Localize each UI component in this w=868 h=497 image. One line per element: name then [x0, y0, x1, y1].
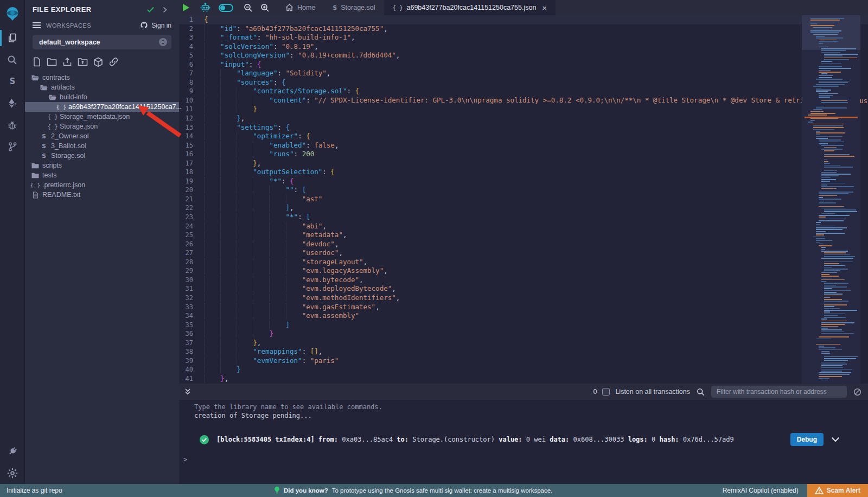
tree-item-a69b43f277ba20fcac141151250ca7-[interactable]: { }a69b43f277ba20fcac141151250ca7... — [25, 102, 179, 112]
tree-item-storage-sol[interactable]: SStorage.sol — [25, 151, 179, 161]
zoom-out-icon[interactable] — [240, 3, 257, 12]
expand-transaction-icon[interactable] — [831, 437, 840, 442]
status-bar: Initialize as git repo Did you know? To … — [0, 484, 868, 497]
tab-storage-sol[interactable]: SStorage.sol — [324, 0, 384, 15]
run-script-button[interactable] — [179, 4, 193, 11]
tree-item-build-info[interactable]: build-info — [25, 92, 179, 102]
json-icon: { } — [49, 123, 56, 130]
tree-item-label: 2_Owner.sol — [51, 132, 88, 140]
transaction-filter-input[interactable] — [711, 386, 847, 398]
code-line: 27 "userdoc", — [179, 248, 868, 258]
link-icon[interactable] — [108, 57, 119, 67]
file-explorer-panel: FILE EXPLORER WORKSPACES Sign in default… — [25, 0, 179, 484]
code-line: 29 "evm.legacyAssembly", — [179, 266, 868, 276]
file-explorer-icon[interactable] — [0, 27, 25, 49]
double-chevron-down-icon[interactable] — [183, 388, 192, 396]
folder-icon — [31, 173, 39, 179]
transaction-log-row[interactable]: [block:5583405 txIndex:4] from: 0xa03...… — [179, 433, 868, 446]
main-area: HomeSStorage.sol{ }a69b43f277ba20fcac141… — [179, 0, 868, 484]
code-line: 34 "evm.assembly" — [179, 311, 868, 321]
json-icon: { } — [49, 113, 56, 120]
new-folder-icon[interactable] — [47, 57, 57, 67]
settings-icon[interactable] — [0, 462, 25, 484]
code-line: 5 "solcLongVersion": "0.8.19+commit.7dd6… — [179, 51, 868, 60]
upload-folder-icon[interactable] — [78, 57, 88, 67]
json-icon: { } — [393, 4, 403, 11]
terminal-search-icon[interactable] — [695, 388, 706, 396]
tree-item-label: artifacts — [51, 84, 75, 91]
code-line: 39 "evmVersion": "paris" — [179, 356, 868, 366]
code-line: 41 }, — [179, 374, 868, 384]
tab-label: Home — [297, 4, 315, 11]
plugin-manager-icon[interactable] — [0, 441, 25, 462]
accept-check-icon[interactable] — [143, 6, 158, 13]
search-icon[interactable] — [0, 49, 25, 71]
code-line: 20 "": [ — [179, 186, 868, 195]
listen-all-checkbox[interactable] — [602, 388, 610, 396]
tab-home[interactable]: Home — [277, 0, 324, 15]
solidity-icon: S — [333, 4, 337, 11]
code-line: 9 "contracts/Storage.sol": { — [179, 87, 868, 96]
copilot-status[interactable]: RemixAI Copilot (enabled) — [723, 487, 799, 494]
workspaces-menu-icon[interactable] — [33, 22, 41, 29]
code-line: 13 "settings": { — [179, 123, 868, 132]
sign-in-button[interactable]: Sign in — [139, 21, 171, 29]
tree-item-tests[interactable]: tests — [25, 170, 179, 180]
scam-alert-button[interactable]: Scam Alert — [807, 484, 868, 497]
code-line: 26 "devdoc", — [179, 240, 868, 249]
home-icon — [285, 4, 293, 11]
code-editor[interactable]: 1{2 "id": "a69b43f277ba20fcac141151250ca… — [179, 15, 868, 384]
listen-all-label: Listen on all transactions — [615, 388, 690, 396]
tab-a69b43f277ba20fcac141151250ca755-json[interactable]: { }a69b43f277ba20fcac141151250ca755.json… — [384, 0, 556, 15]
code-line: 17 }, — [179, 159, 868, 168]
workspace-select[interactable]: default_workspace — [33, 35, 171, 49]
tree-item-contracts[interactable]: contracts — [25, 73, 179, 82]
chevron-right-icon[interactable] — [158, 7, 171, 13]
terminal-prompt[interactable]: > — [179, 446, 868, 463]
tree-item-storage-metadata-json[interactable]: { }Storage_metadata.json — [25, 112, 179, 122]
solidity-icon: S — [40, 152, 48, 160]
ai-copilot-robot-icon[interactable] — [196, 3, 215, 12]
tree-item-scripts[interactable]: scripts — [25, 161, 179, 170]
tree-item-storage-json[interactable]: { }Storage.json — [25, 122, 179, 131]
editor-minimap[interactable] — [802, 15, 860, 384]
debugger-icon[interactable] — [0, 114, 25, 136]
code-line: 35 ] — [179, 321, 868, 330]
deploy-run-icon[interactable] — [0, 92, 25, 114]
zoom-in-icon[interactable] — [257, 3, 273, 12]
solidity-icon: S — [40, 133, 48, 140]
code-line: 36 } — [179, 329, 868, 339]
clear-console-icon[interactable] — [852, 388, 861, 396]
code-line: 21 "ast" — [179, 195, 868, 204]
code-line: 14 "optimizer": { — [179, 132, 868, 141]
tree-item-label: contracts — [42, 74, 70, 81]
tree-item-readme-txt[interactable]: README.txt — [25, 190, 179, 200]
debug-button[interactable]: Debug — [790, 433, 824, 446]
tree-item-artifacts[interactable]: artifacts — [25, 82, 179, 92]
upload-file-icon[interactable] — [62, 57, 72, 67]
code-line: 22 ], — [179, 203, 868, 213]
folder-icon — [31, 163, 39, 169]
editor-topbar: HomeSStorage.sol{ }a69b43f277ba20fcac141… — [179, 0, 868, 15]
tree-item-3-ballot-sol[interactable]: S3_Ballot.sol — [25, 141, 179, 151]
close-tab-icon[interactable]: × — [542, 3, 547, 12]
new-file-icon[interactable] — [33, 57, 41, 67]
clipped-code-fragment: us — [859, 97, 867, 105]
copilot-toggle[interactable] — [215, 4, 237, 12]
json-icon: { } — [58, 104, 65, 110]
remix-logo[interactable] — [0, 1, 25, 27]
init-git-repo-button[interactable]: Initialize as git repo — [0, 487, 62, 494]
git-icon[interactable] — [0, 136, 25, 157]
code-line: 7 "language": "Solidity", — [179, 69, 868, 78]
code-line: 4 "solcVersion": "0.8.19", — [179, 42, 868, 52]
tree-item-2-owner-sol[interactable]: S2_Owner.sol — [25, 131, 179, 141]
icon-sidebar: S — [0, 0, 25, 484]
cube-icon[interactable] — [93, 57, 103, 67]
terminal[interactable]: Type the library name to see available c… — [179, 400, 868, 484]
solidity-compiler-icon[interactable]: S — [0, 71, 25, 92]
svg-text:S: S — [9, 77, 15, 86]
code-line: 32 "evm.methodIdentifiers", — [179, 294, 868, 303]
tree-item-label: Storage_metadata.json — [60, 113, 130, 120]
tree-item-label: Storage.sol — [51, 152, 85, 160]
tree-item--prettierrc-json[interactable]: { }.prettierrc.json — [25, 180, 179, 190]
